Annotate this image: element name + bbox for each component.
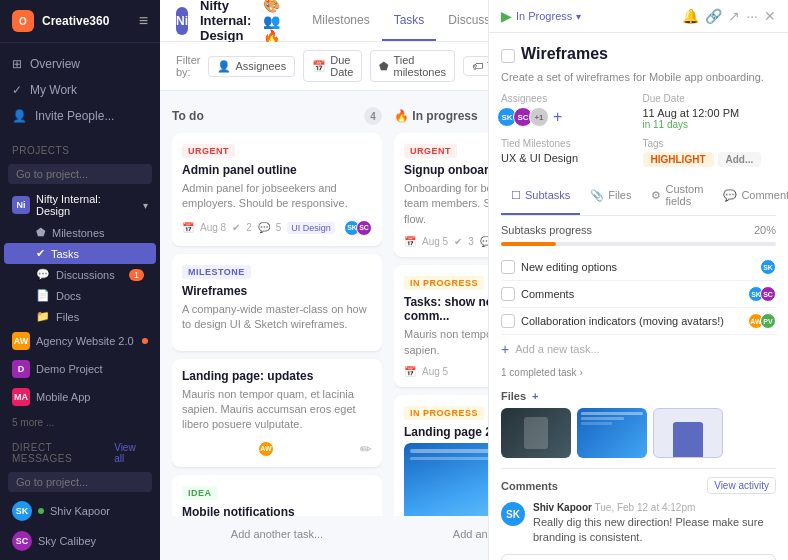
sidebar-item-overview[interactable]: ⊞ Overview — [0, 51, 160, 77]
sidebar-item-mywork[interactable]: ✓ My Work — [0, 77, 160, 103]
subtask-new-editing[interactable]: New editing options SK — [501, 254, 776, 281]
comments-tab-icon: 💬 — [723, 189, 737, 202]
card-tag-landing2: IN PROGRESS — [404, 406, 484, 420]
dm-item-sky[interactable]: SC Sky Calibey — [0, 526, 160, 556]
subtask-comments[interactable]: Comments SK SC — [501, 281, 776, 308]
tab-tasks[interactable]: Tasks — [382, 1, 437, 41]
card-meta-signup: 📅 Aug 5 ✔ 3 💬 2 UI Design — [404, 235, 488, 247]
dm-item-group[interactable]: A I +2 Anna, Illia, Sky... — [0, 556, 160, 560]
subtask-progress-row: Subtasks progress 20% — [501, 224, 776, 236]
file-thumb-2[interactable] — [577, 408, 647, 458]
link-icon[interactable]: 🔗 — [705, 8, 722, 24]
file-icon: 📁 — [36, 310, 50, 323]
project-avatar-demo: D — [12, 360, 30, 378]
comment-text-shiv: Really dig this new direction! Please ma… — [533, 515, 776, 546]
sidebar-collapse-icon[interactable]: ≡ — [139, 12, 148, 30]
dm-section-header: DIRECT MESSAGES View all — [0, 434, 160, 468]
card-tag-idea: IDEA — [182, 486, 218, 500]
close-icon[interactable]: ✕ — [764, 8, 776, 24]
share-icon[interactable]: ↗ — [728, 8, 740, 24]
dm-search[interactable] — [0, 468, 160, 496]
card-meta-landing: AW ✏ — [182, 441, 372, 457]
image-bar2 — [410, 457, 488, 460]
task-checkbox[interactable] — [501, 49, 515, 63]
sidebar-item-files[interactable]: 📁 Files — [4, 306, 156, 327]
sidebar-item-invite[interactable]: 👤 Invite People... — [0, 103, 160, 129]
dm-search-input[interactable] — [8, 472, 152, 492]
card-wireframes[interactable]: MILESTONE Wireframes A company-wide mast… — [172, 254, 382, 351]
panel-actions: 🔔 🔗 ↗ ··· ✕ — [682, 8, 776, 24]
ellipsis-icon[interactable]: ··· — [746, 8, 758, 24]
card-admin-panel[interactable]: URGENT Admin panel outline Admin panel f… — [172, 133, 382, 246]
subtask-checkbox-2[interactable] — [501, 287, 515, 301]
bell-icon[interactable]: 🔔 — [682, 8, 699, 24]
add-task-inprogress[interactable]: Add another task... — [394, 520, 488, 548]
sidebar-project-demo[interactable]: D Demo Project — [0, 355, 160, 383]
card-mobile-notif[interactable]: IDEA Mobile notifications New messages, … — [172, 475, 382, 516]
tags-label: Tags — [643, 138, 777, 149]
subtask-label-1: New editing options — [521, 261, 617, 273]
card-landing2[interactable]: IN PROGRESS Landing page 2.0 Mauris non … — [394, 395, 488, 516]
panel-tab-subtasks[interactable]: ☐ Subtasks — [501, 177, 580, 215]
sidebar-project-mobile[interactable]: MA Mobile App — [0, 383, 160, 411]
subtask-checkbox-1[interactable] — [501, 260, 515, 274]
sidebar-more[interactable]: 5 more ... — [0, 411, 160, 434]
comment-author: Shiv Kapoor — [533, 502, 592, 513]
subtask-collab[interactable]: Collaboration indicators (moving avatars… — [501, 308, 776, 335]
tab-discussions[interactable]: Discussions — [436, 1, 488, 41]
panel-status[interactable]: ▶ In Progress ▾ — [501, 8, 581, 24]
card-tag-milestone: MILESTONE — [182, 265, 251, 279]
card-tasks-notif[interactable]: IN PROGRESS Tasks: show notification for… — [394, 265, 488, 387]
calendar-icon-sm: 📅 — [182, 222, 194, 233]
panel-tab-comments[interactable]: 💬 Comments — [713, 177, 788, 215]
comment-input-area[interactable]: 📎 — [501, 554, 776, 560]
add-assignee-icon[interactable]: + — [553, 108, 562, 126]
card-image-landing2 — [404, 443, 488, 516]
panel-tab-files[interactable]: 📎 Files — [580, 177, 641, 215]
file-thumb-3[interactable] — [653, 408, 723, 458]
assignees-icon: 👤 — [217, 60, 231, 73]
card-landing[interactable]: Landing page: updates Mauris non tempor … — [172, 359, 382, 467]
subtask-avatars-1: SK — [764, 259, 776, 275]
add-task-todo[interactable]: Add another task... — [172, 520, 382, 548]
view-activity-btn[interactable]: View activity — [707, 477, 776, 494]
completed-tasks-label[interactable]: 1 completed task › — [501, 363, 776, 382]
filter-tags[interactable]: 🏷 Tags — [463, 56, 488, 76]
card-meta-admin: 📅 Aug 8 ✔ 2 💬 5 UI Design SK SC — [182, 220, 372, 236]
filter-assignees[interactable]: 👤 Assignees — [208, 56, 295, 77]
filter-duedate-label: Due Date — [330, 54, 353, 78]
panel-tab-custom[interactable]: ⚙ Custom fields — [641, 177, 713, 215]
sidebar-project-agency[interactable]: AW Agency Website 2.0 — [0, 327, 160, 355]
dm-item-shiv[interactable]: SK Shiv Kapoor — [0, 496, 160, 526]
grid-icon: ⊞ — [12, 57, 22, 71]
board-area: Filter by: 👤 Assignees 📅 Due Date ⬟ Tied… — [160, 42, 488, 560]
sidebar-item-discussions[interactable]: 💬 Discussions 1 — [4, 264, 156, 285]
card-subtasks-admin: 2 — [246, 222, 252, 233]
comment-avatar-shiv: SK — [501, 502, 525, 526]
filter-duedate[interactable]: 📅 Due Date — [303, 50, 362, 82]
subtask-checkbox-3[interactable] — [501, 314, 515, 328]
file-thumb-1[interactable] — [501, 408, 571, 458]
add-file-icon[interactable]: + — [532, 390, 538, 402]
sidebar-item-milestones[interactable]: ⬟ Milestones — [4, 222, 156, 243]
sidebar-item-tasks[interactable]: ✔ Tasks — [4, 243, 156, 264]
project-search[interactable] — [0, 160, 160, 188]
project-avatar-nifty: Ni — [12, 196, 30, 214]
subtask-tab-icon: ☐ — [511, 189, 521, 202]
project-search-input[interactable] — [8, 164, 152, 184]
filter-milestones[interactable]: ⬟ Tied milestones — [370, 50, 455, 82]
sidebar-sub-label: Milestones — [52, 227, 105, 239]
card-subtasks-signup: 3 — [468, 236, 474, 247]
sidebar: O Creative360 ≡ ⊞ Overview ✓ My Work 👤 I… — [0, 0, 160, 560]
card-signup[interactable]: URGENT Signup onboarding Onboarding for … — [394, 133, 488, 257]
project-header: Ni Nifty Internal: Design 🎨👥🔥 Milestones… — [160, 0, 488, 42]
tab-milestones[interactable]: Milestones — [300, 1, 381, 41]
more-label: 5 more ... — [12, 417, 54, 428]
view-all-link[interactable]: View all — [114, 442, 148, 464]
add-subtask-btn[interactable]: + Add a new task... — [501, 335, 776, 363]
project-name-demo: Demo Project — [36, 363, 103, 375]
sidebar-item-docs[interactable]: 📄 Docs — [4, 285, 156, 306]
tag-add[interactable]: Add... — [718, 152, 762, 167]
project-avatar-agency: AW — [12, 332, 30, 350]
sidebar-project-nifty[interactable]: Ni Nifty Internal: Design ▾ — [0, 188, 160, 222]
